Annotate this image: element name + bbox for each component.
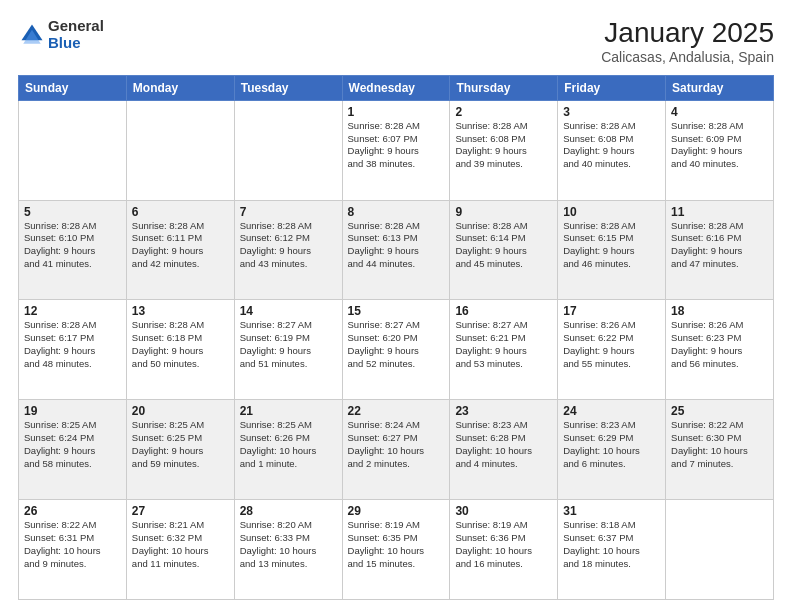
day-number: 31 (563, 504, 660, 518)
day-info: Sunrise: 8:25 AM Sunset: 6:24 PM Dayligh… (24, 419, 121, 470)
weekday-header-thursday: Thursday (450, 75, 558, 100)
calendar-cell: 8Sunrise: 8:28 AM Sunset: 6:13 PM Daylig… (342, 200, 450, 300)
day-number: 27 (132, 504, 229, 518)
day-number: 11 (671, 205, 768, 219)
weekday-header-sunday: Sunday (19, 75, 127, 100)
day-number: 12 (24, 304, 121, 318)
day-number: 23 (455, 404, 552, 418)
calendar-cell: 7Sunrise: 8:28 AM Sunset: 6:12 PM Daylig… (234, 200, 342, 300)
calendar-cell: 4Sunrise: 8:28 AM Sunset: 6:09 PM Daylig… (666, 100, 774, 200)
logo-general-text: General (48, 18, 104, 35)
day-info: Sunrise: 8:28 AM Sunset: 6:15 PM Dayligh… (563, 220, 660, 271)
calendar-week-row: 5Sunrise: 8:28 AM Sunset: 6:10 PM Daylig… (19, 200, 774, 300)
calendar-cell (126, 100, 234, 200)
calendar-cell: 13Sunrise: 8:28 AM Sunset: 6:18 PM Dayli… (126, 300, 234, 400)
day-info: Sunrise: 8:26 AM Sunset: 6:23 PM Dayligh… (671, 319, 768, 370)
title-block: January 2025 Calicasas, Andalusia, Spain (601, 18, 774, 65)
calendar-table: SundayMondayTuesdayWednesdayThursdayFrid… (18, 75, 774, 600)
day-info: Sunrise: 8:28 AM Sunset: 6:07 PM Dayligh… (348, 120, 445, 171)
day-number: 29 (348, 504, 445, 518)
calendar-cell: 19Sunrise: 8:25 AM Sunset: 6:24 PM Dayli… (19, 400, 127, 500)
day-number: 21 (240, 404, 337, 418)
weekday-header-monday: Monday (126, 75, 234, 100)
day-info: Sunrise: 8:28 AM Sunset: 6:09 PM Dayligh… (671, 120, 768, 171)
calendar-cell: 10Sunrise: 8:28 AM Sunset: 6:15 PM Dayli… (558, 200, 666, 300)
calendar-cell: 2Sunrise: 8:28 AM Sunset: 6:08 PM Daylig… (450, 100, 558, 200)
day-info: Sunrise: 8:28 AM Sunset: 6:12 PM Dayligh… (240, 220, 337, 271)
day-number: 1 (348, 105, 445, 119)
day-number: 24 (563, 404, 660, 418)
weekday-header-tuesday: Tuesday (234, 75, 342, 100)
weekday-header-row: SundayMondayTuesdayWednesdayThursdayFrid… (19, 75, 774, 100)
day-info: Sunrise: 8:24 AM Sunset: 6:27 PM Dayligh… (348, 419, 445, 470)
calendar-cell: 27Sunrise: 8:21 AM Sunset: 6:32 PM Dayli… (126, 500, 234, 600)
calendar-week-row: 1Sunrise: 8:28 AM Sunset: 6:07 PM Daylig… (19, 100, 774, 200)
page: General Blue January 2025 Calicasas, And… (0, 0, 792, 612)
calendar-cell: 25Sunrise: 8:22 AM Sunset: 6:30 PM Dayli… (666, 400, 774, 500)
day-number: 5 (24, 205, 121, 219)
calendar-week-row: 19Sunrise: 8:25 AM Sunset: 6:24 PM Dayli… (19, 400, 774, 500)
day-info: Sunrise: 8:18 AM Sunset: 6:37 PM Dayligh… (563, 519, 660, 570)
day-info: Sunrise: 8:23 AM Sunset: 6:29 PM Dayligh… (563, 419, 660, 470)
day-info: Sunrise: 8:19 AM Sunset: 6:36 PM Dayligh… (455, 519, 552, 570)
calendar-cell: 28Sunrise: 8:20 AM Sunset: 6:33 PM Dayli… (234, 500, 342, 600)
header: General Blue January 2025 Calicasas, And… (18, 18, 774, 65)
day-number: 7 (240, 205, 337, 219)
day-info: Sunrise: 8:26 AM Sunset: 6:22 PM Dayligh… (563, 319, 660, 370)
calendar-cell: 17Sunrise: 8:26 AM Sunset: 6:22 PM Dayli… (558, 300, 666, 400)
day-number: 8 (348, 205, 445, 219)
calendar-cell: 29Sunrise: 8:19 AM Sunset: 6:35 PM Dayli… (342, 500, 450, 600)
calendar-cell: 18Sunrise: 8:26 AM Sunset: 6:23 PM Dayli… (666, 300, 774, 400)
day-number: 17 (563, 304, 660, 318)
day-number: 3 (563, 105, 660, 119)
day-info: Sunrise: 8:28 AM Sunset: 6:16 PM Dayligh… (671, 220, 768, 271)
calendar-cell: 30Sunrise: 8:19 AM Sunset: 6:36 PM Dayli… (450, 500, 558, 600)
calendar-cell: 6Sunrise: 8:28 AM Sunset: 6:11 PM Daylig… (126, 200, 234, 300)
day-number: 22 (348, 404, 445, 418)
calendar-cell: 21Sunrise: 8:25 AM Sunset: 6:26 PM Dayli… (234, 400, 342, 500)
weekday-header-wednesday: Wednesday (342, 75, 450, 100)
day-number: 15 (348, 304, 445, 318)
calendar-cell (19, 100, 127, 200)
day-info: Sunrise: 8:27 AM Sunset: 6:19 PM Dayligh… (240, 319, 337, 370)
day-info: Sunrise: 8:23 AM Sunset: 6:28 PM Dayligh… (455, 419, 552, 470)
day-info: Sunrise: 8:27 AM Sunset: 6:21 PM Dayligh… (455, 319, 552, 370)
calendar-cell: 31Sunrise: 8:18 AM Sunset: 6:37 PM Dayli… (558, 500, 666, 600)
calendar-cell: 24Sunrise: 8:23 AM Sunset: 6:29 PM Dayli… (558, 400, 666, 500)
day-number: 14 (240, 304, 337, 318)
day-info: Sunrise: 8:22 AM Sunset: 6:31 PM Dayligh… (24, 519, 121, 570)
day-number: 16 (455, 304, 552, 318)
day-number: 19 (24, 404, 121, 418)
day-info: Sunrise: 8:28 AM Sunset: 6:14 PM Dayligh… (455, 220, 552, 271)
day-number: 4 (671, 105, 768, 119)
calendar-cell: 16Sunrise: 8:27 AM Sunset: 6:21 PM Dayli… (450, 300, 558, 400)
weekday-header-saturday: Saturday (666, 75, 774, 100)
day-info: Sunrise: 8:22 AM Sunset: 6:30 PM Dayligh… (671, 419, 768, 470)
calendar-cell: 3Sunrise: 8:28 AM Sunset: 6:08 PM Daylig… (558, 100, 666, 200)
logo: General Blue (18, 18, 104, 51)
day-info: Sunrise: 8:28 AM Sunset: 6:17 PM Dayligh… (24, 319, 121, 370)
day-info: Sunrise: 8:28 AM Sunset: 6:10 PM Dayligh… (24, 220, 121, 271)
day-number: 28 (240, 504, 337, 518)
calendar-cell: 5Sunrise: 8:28 AM Sunset: 6:10 PM Daylig… (19, 200, 127, 300)
day-number: 13 (132, 304, 229, 318)
day-number: 6 (132, 205, 229, 219)
day-info: Sunrise: 8:25 AM Sunset: 6:26 PM Dayligh… (240, 419, 337, 470)
calendar-cell: 1Sunrise: 8:28 AM Sunset: 6:07 PM Daylig… (342, 100, 450, 200)
day-info: Sunrise: 8:28 AM Sunset: 6:13 PM Dayligh… (348, 220, 445, 271)
calendar-cell (666, 500, 774, 600)
calendar-cell: 15Sunrise: 8:27 AM Sunset: 6:20 PM Dayli… (342, 300, 450, 400)
day-number: 9 (455, 205, 552, 219)
calendar-cell: 23Sunrise: 8:23 AM Sunset: 6:28 PM Dayli… (450, 400, 558, 500)
calendar-cell: 22Sunrise: 8:24 AM Sunset: 6:27 PM Dayli… (342, 400, 450, 500)
day-info: Sunrise: 8:27 AM Sunset: 6:20 PM Dayligh… (348, 319, 445, 370)
day-number: 20 (132, 404, 229, 418)
month-title: January 2025 (601, 18, 774, 49)
day-number: 30 (455, 504, 552, 518)
weekday-header-friday: Friday (558, 75, 666, 100)
calendar-cell: 20Sunrise: 8:25 AM Sunset: 6:25 PM Dayli… (126, 400, 234, 500)
day-number: 25 (671, 404, 768, 418)
calendar-cell: 12Sunrise: 8:28 AM Sunset: 6:17 PM Dayli… (19, 300, 127, 400)
calendar-week-row: 12Sunrise: 8:28 AM Sunset: 6:17 PM Dayli… (19, 300, 774, 400)
day-info: Sunrise: 8:21 AM Sunset: 6:32 PM Dayligh… (132, 519, 229, 570)
